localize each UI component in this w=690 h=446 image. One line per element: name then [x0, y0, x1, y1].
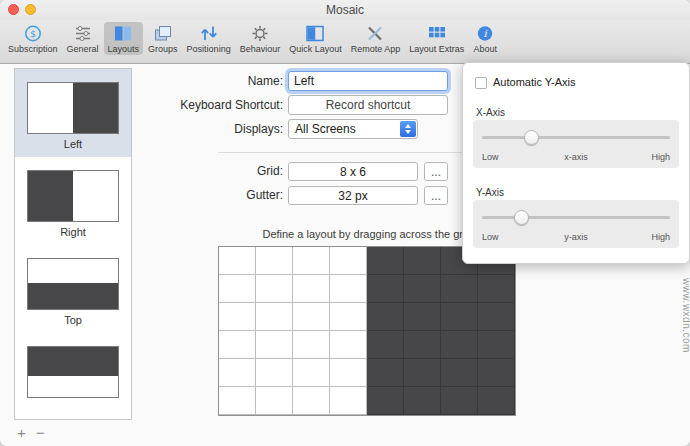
grid-cell[interactable] [330, 387, 367, 415]
toolbar-item-general[interactable]: General [63, 22, 103, 55]
toolbar-item-label: Subscription [8, 44, 58, 54]
layout-item-top[interactable]: Top [15, 245, 131, 333]
grid-cell[interactable] [256, 275, 293, 303]
grid-cell[interactable] [441, 387, 478, 415]
y-axis-high-label: High [651, 232, 670, 242]
toolbar-item-remote-app[interactable]: Remote App [347, 22, 405, 55]
grid-cell[interactable] [404, 331, 441, 359]
grid-cell[interactable] [367, 387, 404, 415]
displays-select[interactable]: All Screens [288, 119, 418, 139]
dollar-icon: $ [21, 24, 45, 43]
grid-cell[interactable] [219, 359, 256, 387]
grid-cell[interactable] [256, 303, 293, 331]
grid-cell[interactable] [478, 303, 515, 331]
grid-cell[interactable] [256, 387, 293, 415]
toolbar-item-label: Layouts [108, 44, 140, 54]
toolbar-item-layouts[interactable]: Layouts [104, 22, 144, 55]
remove-layout-button[interactable]: − [36, 425, 45, 440]
toolbar-item-label: About [474, 44, 498, 54]
gutter-label: Gutter: [100, 188, 283, 202]
toolbar-item-subscription[interactable]: $Subscription [4, 22, 62, 55]
automatic-y-axis-label: Automatic Y-Axis [493, 76, 576, 88]
grid-cell[interactable] [293, 359, 330, 387]
grid-cell[interactable] [330, 359, 367, 387]
grid-cell[interactable] [330, 331, 367, 359]
grid-cell[interactable] [330, 303, 367, 331]
toolbar-item-quick-layout[interactable]: Quick Layout [285, 22, 346, 55]
sliders-icon [71, 24, 95, 43]
y-axis-slider-thumb[interactable] [514, 210, 529, 225]
grid-cell[interactable] [256, 247, 293, 275]
name-input[interactable]: Left [288, 71, 448, 91]
toolbar-item-label: Behaviour [240, 44, 281, 54]
grid-cell[interactable] [441, 331, 478, 359]
grid-icon [425, 24, 449, 43]
grid-cell[interactable] [293, 331, 330, 359]
name-label: Name: [100, 74, 283, 88]
grid-cell[interactable] [330, 275, 367, 303]
layout-item-label: Top [64, 314, 82, 326]
grid-cell[interactable] [256, 331, 293, 359]
toolbar-item-layout-extras[interactable]: Layout Extras [405, 22, 468, 55]
y-axis-slider[interactable] [482, 216, 670, 219]
gutter-field[interactable]: 32 px [288, 186, 418, 205]
grid-cell[interactable] [441, 359, 478, 387]
grid-cell[interactable] [404, 387, 441, 415]
grid-cell[interactable] [219, 303, 256, 331]
info-icon: i [473, 24, 497, 43]
x-axis-box: Low x-axis High [473, 120, 679, 168]
layout-preview-bottom [27, 346, 119, 398]
grid-cell[interactable] [404, 275, 441, 303]
grid-cell[interactable] [219, 387, 256, 415]
grid-size-field[interactable]: 8 x 6 [288, 162, 418, 181]
grid-cell[interactable] [478, 359, 515, 387]
record-shortcut-button[interactable]: Record shortcut [288, 95, 448, 115]
x-axis-high-label: High [651, 152, 670, 162]
layout-item-label: Right [60, 226, 86, 238]
toolbar-item-label: Remote App [351, 44, 401, 54]
grid-cell[interactable] [367, 275, 404, 303]
x-axis-slider-thumb[interactable] [524, 130, 539, 145]
grid-cell[interactable] [367, 303, 404, 331]
grid-cell[interactable] [404, 303, 441, 331]
grid-cell[interactable] [441, 303, 478, 331]
grid-cell[interactable] [367, 331, 404, 359]
grid-cell[interactable] [219, 275, 256, 303]
gutter-more-button[interactable]: ... [424, 186, 448, 205]
preferences-window: Mosaic $SubscriptionGeneralLayoutsGroups… [0, 0, 690, 446]
layout-drag-grid[interactable] [218, 246, 516, 416]
layout-list: LeftRightTop [14, 68, 132, 420]
grid-cell[interactable] [293, 387, 330, 415]
grid-cell[interactable] [441, 275, 478, 303]
x-axis-slider[interactable] [482, 136, 670, 139]
layouts-icon [111, 24, 135, 43]
toolbar-item-groups[interactable]: Groups [144, 22, 182, 55]
grid-cell[interactable] [256, 359, 293, 387]
grid-cell[interactable] [478, 331, 515, 359]
toolbar-item-positioning[interactable]: Positioning [183, 22, 235, 55]
toolbar-item-label: Layout Extras [409, 44, 464, 54]
grid-cell[interactable] [293, 303, 330, 331]
grid-cell[interactable] [293, 247, 330, 275]
tools-icon [363, 24, 387, 43]
grid-cell[interactable] [367, 247, 404, 275]
grid-more-button[interactable]: ... [424, 162, 448, 181]
grid-cell[interactable] [478, 275, 515, 303]
layout-item-bottom[interactable] [15, 333, 131, 420]
grid-cell[interactable] [404, 359, 441, 387]
grid-cell[interactable] [293, 275, 330, 303]
x-axis-title: X-Axis [476, 107, 505, 118]
automatic-y-axis-checkbox[interactable] [475, 77, 487, 89]
toolbar-item-label: Quick Layout [289, 44, 342, 54]
add-layout-button[interactable]: + [17, 425, 26, 440]
y-axis-mid-label: y-axis [473, 232, 679, 242]
toolbar-item-about[interactable]: iAbout [469, 22, 501, 55]
grid-cell[interactable] [219, 247, 256, 275]
grid-cell[interactable] [478, 387, 515, 415]
toolbar-item-behaviour[interactable]: Behaviour [236, 22, 285, 55]
layout-item-label: Left [64, 138, 82, 150]
grid-cell[interactable] [330, 247, 367, 275]
grid-cell[interactable] [219, 331, 256, 359]
grid-cell[interactable] [367, 359, 404, 387]
grid-cell[interactable] [404, 247, 441, 275]
